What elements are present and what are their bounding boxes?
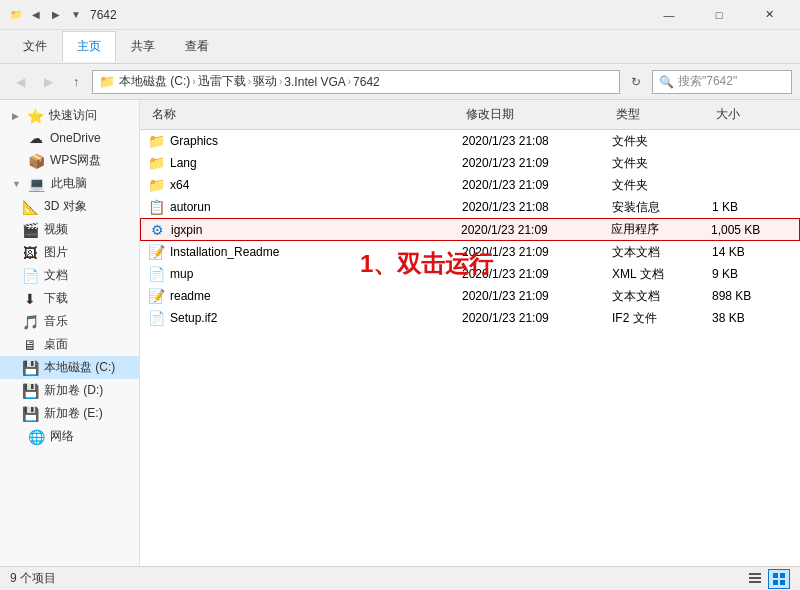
sidebar-item-documents[interactable]: 📄 文档 [0, 264, 139, 287]
table-row[interactable]: 📝 readme 2020/1/23 21:09 文本文档 898 KB [140, 285, 800, 307]
setup-icon: 📋 [148, 199, 164, 215]
title-bar-icons: 📁 ◀ ▶ ▼ [8, 7, 84, 23]
up-button[interactable]: ↑ [64, 70, 88, 94]
col-name[interactable]: 名称 [148, 104, 462, 125]
sidebar-item-3d[interactable]: 📐 3D 对象 [0, 195, 139, 218]
sidebar-item-downloads[interactable]: ⬇ 下载 [0, 287, 139, 310]
forward-button[interactable]: ▶ [36, 70, 60, 94]
down-title-icon[interactable]: ▼ [68, 7, 84, 23]
file-size: 38 KB [712, 311, 792, 325]
txt-icon: 📝 [148, 244, 164, 260]
file-type: 应用程序 [611, 221, 711, 238]
file-name-cell: 📋 autorun [148, 199, 462, 215]
close-button[interactable]: ✕ [746, 0, 792, 30]
sidebar-item-videos[interactable]: 🎬 视频 [0, 218, 139, 241]
sidebar-item-music[interactable]: 🎵 音乐 [0, 310, 139, 333]
title-bar: 📁 ◀ ▶ ▼ 7642 — □ ✕ [0, 0, 800, 30]
file-size: 898 KB [712, 289, 792, 303]
file-date: 2020/1/23 21:09 [462, 245, 612, 259]
sidebar-item-onedrive[interactable]: ☁ OneDrive [0, 127, 139, 149]
ribbon-tab-view[interactable]: 查看 [170, 31, 224, 62]
table-row[interactable]: 📝 Installation_Readme 2020/1/23 21:09 文本… [140, 241, 800, 263]
address-box[interactable]: 📁 本地磁盘 (C:) › 迅雷下载 › 驱动 › 3.Intel VGA › … [92, 70, 620, 94]
file-size: 1 KB [712, 200, 792, 214]
network-icon: 🌐 [28, 429, 44, 445]
music-icon: 🎵 [22, 314, 38, 330]
svg-rect-4 [780, 573, 785, 578]
svg-rect-3 [773, 573, 778, 578]
3d-icon: 📐 [22, 199, 38, 215]
window-controls: — □ ✕ [646, 0, 792, 30]
ribbon-tab-share[interactable]: 共享 [116, 31, 170, 62]
sidebar-label-this-pc: 此电脑 [51, 175, 87, 192]
quick-access-icon: ⭐ [27, 108, 43, 124]
table-row[interactable]: 📁 x64 2020/1/23 21:09 文件夹 [140, 174, 800, 196]
table-row[interactable]: 📋 autorun 2020/1/23 21:08 安装信息 1 KB [140, 196, 800, 218]
file-size: 1,005 KB [711, 223, 791, 237]
svg-rect-0 [749, 573, 761, 575]
svg-rect-5 [773, 580, 778, 585]
xml-icon: 📄 [148, 266, 164, 282]
file-date: 2020/1/23 21:08 [462, 200, 612, 214]
new-d-icon: 💾 [22, 383, 38, 399]
file-name: Lang [170, 156, 197, 170]
status-count: 9 个项目 [10, 570, 56, 587]
sidebar-item-new-e[interactable]: 💾 新加卷 (E:) [0, 402, 139, 425]
search-placeholder: 搜索"7642" [678, 73, 737, 90]
sidebar-item-wps[interactable]: 📦 WPS网盘 [0, 149, 139, 172]
expand-icon: ▶ [12, 111, 19, 121]
sidebar-label-music: 音乐 [44, 313, 68, 330]
sidebar-label-network: 网络 [50, 428, 74, 445]
file-name-cell: 📄 Setup.if2 [148, 310, 462, 326]
exe-icon: ⚙ [149, 222, 165, 238]
sidebar-item-desktop[interactable]: 🖥 桌面 [0, 333, 139, 356]
folder-icon: 📁 [148, 177, 164, 193]
sidebar-label-new-d: 新加卷 (D:) [44, 382, 103, 399]
search-icon: 🔍 [659, 75, 674, 89]
maximize-button[interactable]: □ [696, 0, 742, 30]
col-type[interactable]: 类型 [612, 104, 712, 125]
sidebar-item-new-d[interactable]: 💾 新加卷 (D:) [0, 379, 139, 402]
sidebar-item-quick-access[interactable]: ▶ ⭐ 快速访问 [0, 104, 139, 127]
pictures-icon: 🖼 [22, 245, 38, 261]
back-button[interactable]: ◀ [8, 70, 32, 94]
ribbon-tab-home[interactable]: 主页 [62, 31, 116, 62]
col-size[interactable]: 大小 [712, 104, 792, 125]
sidebar: ▶ ⭐ 快速访问 ☁ OneDrive 📦 WPS网盘 ▼ 💻 此电脑 📐 3D… [0, 100, 140, 566]
search-box[interactable]: 🔍 搜索"7642" [652, 70, 792, 94]
details-view-button[interactable] [744, 569, 766, 589]
table-row[interactable]: 📁 Lang 2020/1/23 21:09 文件夹 [140, 152, 800, 174]
file-name: igxpin [171, 223, 202, 237]
sidebar-label-videos: 视频 [44, 221, 68, 238]
file-name: autorun [170, 200, 211, 214]
file-name: Installation_Readme [170, 245, 279, 259]
table-row[interactable]: 📄 mup 2020/1/23 21:09 XML 文档 9 KB [140, 263, 800, 285]
file-date: 2020/1/23 21:09 [462, 156, 612, 170]
table-row[interactable]: 📄 Setup.if2 2020/1/23 21:09 IF2 文件 38 KB [140, 307, 800, 329]
file-date: 2020/1/23 21:09 [462, 178, 612, 192]
col-date[interactable]: 修改日期 [462, 104, 612, 125]
table-row-igxpin[interactable]: ⚙ igxpin 2020/1/23 21:09 应用程序 1,005 KB [140, 218, 800, 241]
table-row[interactable]: 📁 Graphics 2020/1/23 21:08 文件夹 [140, 130, 800, 152]
sidebar-item-network[interactable]: 🌐 网络 [0, 425, 139, 448]
refresh-button[interactable]: ↻ [624, 70, 648, 94]
this-pc-icon: 💻 [29, 176, 45, 192]
back-title-icon[interactable]: ◀ [28, 7, 44, 23]
tiles-view-button[interactable] [768, 569, 790, 589]
file-date: 2020/1/23 21:08 [462, 134, 612, 148]
desktop-icon: 🖥 [22, 337, 38, 353]
sidebar-label-wps: WPS网盘 [50, 152, 101, 169]
file-date: 2020/1/23 21:09 [462, 311, 612, 325]
sidebar-label-3d: 3D 对象 [44, 198, 87, 215]
minimize-button[interactable]: — [646, 0, 692, 30]
file-icon: 📄 [148, 310, 164, 326]
forward-title-icon[interactable]: ▶ [48, 7, 64, 23]
sidebar-item-local-c[interactable]: 💾 本地磁盘 (C:) [0, 356, 139, 379]
title-bar-left: 📁 ◀ ▶ ▼ 7642 [8, 7, 117, 23]
sidebar-item-pictures[interactable]: 🖼 图片 [0, 241, 139, 264]
view-toggle [744, 569, 790, 589]
sidebar-item-this-pc[interactable]: ▼ 💻 此电脑 [0, 172, 139, 195]
file-name-cell: 📝 Installation_Readme [148, 244, 462, 260]
ribbon-tab-file[interactable]: 文件 [8, 31, 62, 62]
file-name-cell: 📁 Lang [148, 155, 462, 171]
